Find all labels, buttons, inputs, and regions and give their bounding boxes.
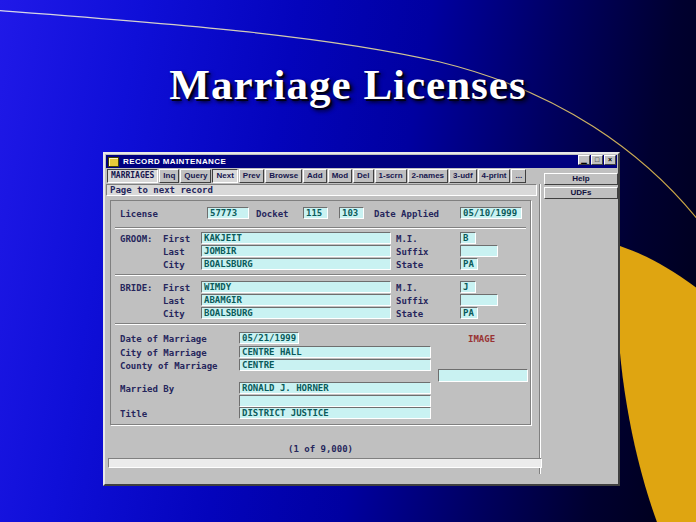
tab-prev[interactable]: Prev: [239, 169, 264, 183]
bride-state-label: State: [396, 309, 423, 319]
minimize-icon[interactable]: ▁: [578, 155, 590, 165]
record-form-panel: License 57773 Docket 115 103 Date Applie…: [110, 200, 531, 425]
title-field[interactable]: DISTRICT JUSTICE: [239, 407, 431, 419]
slide-background: Marriage Licenses RECORD MAINTENANCE ▁ □…: [0, 0, 696, 522]
tab-marriages[interactable]: MARRIAGES: [107, 169, 158, 183]
groom-first-label: First: [163, 234, 190, 244]
groom-suffix-label: Suffix: [396, 247, 429, 257]
close-icon[interactable]: ×: [604, 155, 616, 165]
tab-next[interactable]: Next: [212, 169, 237, 183]
date-applied-label: Date Applied: [374, 209, 439, 219]
groom-first-field[interactable]: KAKJEIT: [201, 232, 391, 244]
title-label: Title: [120, 409, 147, 419]
tab-query[interactable]: Query: [180, 169, 211, 183]
tab-4print[interactable]: 4-print: [478, 169, 511, 183]
tab-2names[interactable]: 2-names: [408, 169, 448, 183]
gold-crescent-shape: [617, 246, 696, 522]
bride-city-field[interactable]: BOALSBURG: [201, 307, 391, 319]
help-button[interactable]: Help: [544, 173, 618, 185]
record-counter: (1 of 9,000): [110, 444, 531, 454]
bride-label: BRIDE:: [120, 283, 153, 293]
tab-del[interactable]: Del: [353, 169, 373, 183]
date-of-marriage-field[interactable]: 05/21/1999: [239, 332, 299, 344]
window-titlebar[interactable]: RECORD MAINTENANCE: [106, 155, 617, 168]
image-indicator: IMAGE: [468, 334, 495, 344]
tab-1scrn[interactable]: 1-scrn: [375, 169, 407, 183]
groom-city-label: City: [163, 260, 185, 270]
maximize-icon[interactable]: □: [591, 155, 603, 165]
docket-field-2[interactable]: 103: [339, 207, 364, 219]
app-icon: [108, 157, 119, 167]
slide-title: Marriage Licenses: [0, 60, 696, 109]
tab-inq[interactable]: Inq: [159, 169, 179, 183]
tab-more[interactable]: ...: [511, 169, 526, 183]
married-by-field-2[interactable]: [239, 395, 431, 407]
docket-field-1[interactable]: 115: [303, 207, 328, 219]
groom-label: GROOM:: [120, 234, 153, 244]
groom-last-field[interactable]: JOMBIR: [201, 245, 391, 257]
toolbar-tabs: MARRIAGES Inq Query Next Prev Browse Add…: [107, 169, 527, 183]
groom-state-field[interactable]: PA: [460, 258, 478, 270]
bride-state-field[interactable]: PA: [460, 307, 478, 319]
groom-state-label: State: [396, 260, 423, 270]
groom-suffix-field[interactable]: [460, 245, 498, 257]
bride-suffix-label: Suffix: [396, 296, 429, 306]
city-of-marriage-label: City of Marriage: [120, 348, 207, 358]
married-by-label: Married By: [120, 384, 174, 394]
groom-city-field[interactable]: BOALSBURG: [201, 258, 391, 270]
extra-right-field[interactable]: [438, 369, 528, 382]
bride-city-label: City: [163, 309, 185, 319]
status-message: Page to next record: [106, 184, 537, 196]
window-title: RECORD MAINTENANCE: [123, 157, 226, 166]
bride-suffix-field[interactable]: [460, 294, 498, 306]
progress-bar: [108, 458, 542, 468]
section-separator: [115, 274, 526, 275]
record-maintenance-window: RECORD MAINTENANCE ▁ □ × MARRIAGES Inq Q…: [103, 152, 620, 486]
city-of-marriage-field[interactable]: CENTRE HALL: [239, 346, 431, 358]
bride-first-field[interactable]: WIMDY: [201, 281, 391, 293]
married-by-field[interactable]: RONALD J. HORNER: [239, 382, 431, 394]
groom-mi-label: M.I.: [396, 234, 418, 244]
section-separator: [115, 323, 526, 324]
udfs-button[interactable]: UDFs: [544, 187, 618, 199]
tab-3udf[interactable]: 3-udf: [449, 169, 477, 183]
panel-divider: [539, 184, 541, 474]
tab-browse[interactable]: Browse: [265, 169, 302, 183]
groom-mi-field[interactable]: B: [460, 232, 476, 244]
tab-add[interactable]: Add: [303, 169, 327, 183]
license-field[interactable]: 57773: [207, 207, 249, 219]
license-label: License: [120, 209, 158, 219]
docket-label: Docket: [256, 209, 289, 219]
date-applied-field[interactable]: 05/10/1999: [460, 207, 522, 219]
date-of-marriage-label: Date of Marriage: [120, 334, 207, 344]
bride-mi-label: M.I.: [396, 283, 418, 293]
groom-last-label: Last: [163, 247, 185, 257]
section-separator: [115, 227, 526, 228]
county-of-marriage-field[interactable]: CENTRE: [239, 359, 431, 371]
tab-mod[interactable]: Mod: [328, 169, 352, 183]
bride-last-label: Last: [163, 296, 185, 306]
bride-first-label: First: [163, 283, 190, 293]
county-of-marriage-label: County of Marriage: [120, 361, 218, 371]
bride-last-field[interactable]: ABAMGIR: [201, 294, 391, 306]
bride-mi-field[interactable]: J: [460, 281, 476, 293]
